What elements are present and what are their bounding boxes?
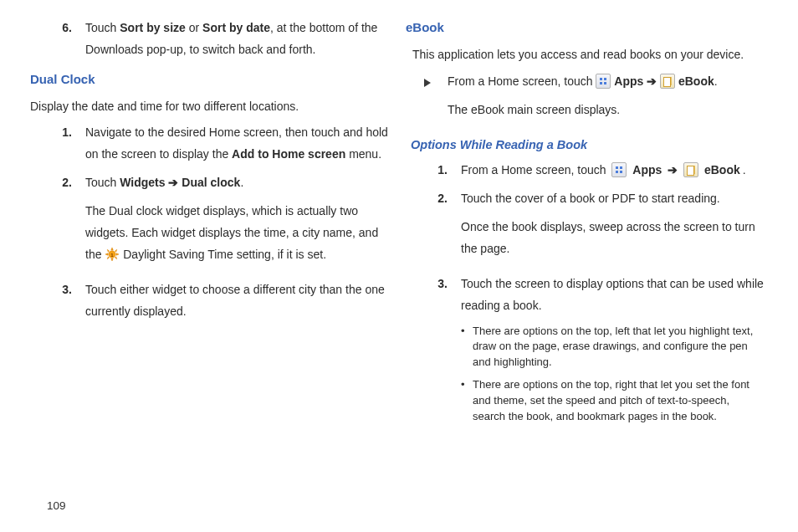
heading-options-reading: Options While Reading a Book [411,134,765,156]
opt-step-2: 2. Touch the cover of a book or PDF to s… [422,188,765,267]
step-number: 6. [47,18,85,61]
downloads-step-list-cont: 6. Touch Sort by size or Sort by date, a… [47,18,389,61]
dual-clock-steps: 1. Navigate to the desired Home screen, … [47,122,389,322]
step-number: 1. [47,122,85,166]
dc-step-2: 2. Touch Widgets ➔ Dual clock. The Dual … [47,172,389,273]
apps-grid-icon [611,162,627,177]
opt-step-2-text: Touch the cover of a book or PDF to star… [461,188,765,267]
ebook-icon [683,162,698,177]
heading-dual-clock: Dual Clock [30,68,389,91]
ebook-launch-text: From a Home screen, touch Apps ➔ eBook. … [448,71,765,128]
right-column: eBook This application lets you access a… [422,18,765,532]
opt-bullet-2-text: There are options on the top, right that… [473,377,765,425]
step-number: 2. [47,172,85,273]
opt-bullet-1-text: There are options on the top, left that … [473,324,765,371]
step-6: 6. Touch Sort by size or Sort by date, a… [47,18,389,61]
dc-step-1: 1. Navigate to the desired Home screen, … [47,122,389,166]
dual-clock-intro: Display the date and time for two differ… [30,96,389,118]
bullet-dot-icon: • [461,377,473,425]
opt-step-1-text: From a Home screen, touch Apps ➔ eBook. [461,160,765,182]
ebook-launch-step: From a Home screen, touch Apps ➔ eBook. … [422,71,765,128]
ebook-intro: This application lets you access and rea… [412,44,765,66]
step-number: 2. [422,188,461,267]
dst-sun-icon: 1 [105,247,120,262]
step-number: 1. [422,160,461,182]
dc-step-3-text: Touch either widget to choose a differen… [85,279,389,323]
step-number: 3. [47,279,85,323]
heading-ebook: eBook [406,16,765,39]
opt-step-3: 3. Touch the screen to display options t… [422,274,765,432]
apps-grid-icon [596,74,611,89]
step-number: 3. [422,274,461,432]
opt-step-1: 1. From a Home screen, touch Apps ➔ eBoo… [422,160,765,182]
opt-bullet-1: • There are options on the top, left tha… [461,324,765,371]
dc-step-1-text: Navigate to the desired Home screen, the… [85,122,389,166]
opt-step-3-text: Touch the screen to display options that… [461,274,765,432]
page-number: 109 [47,499,66,512]
dc-step-3: 3. Touch either widget to choose a diffe… [47,279,389,323]
bullet-dot-icon: • [461,324,473,371]
left-column: 6. Touch Sort by size or Sort by date, a… [47,18,389,532]
step-6-text: Touch Sort by size or Sort by date, at t… [85,18,389,61]
dc-step-2-text: Touch Widgets ➔ Dual clock. The Dual clo… [85,172,389,273]
triangle-bullet-icon [422,71,448,128]
ebook-launch: From a Home screen, touch Apps ➔ eBook. … [422,71,765,128]
opt-bullet-2: • There are options on the top, right th… [461,377,765,425]
opt-bullets: • There are options on the top, left tha… [461,324,765,425]
manual-page: 6. Touch Sort by size or Sort by date, a… [0,0,798,532]
ebook-icon [660,74,675,89]
options-steps: 1. From a Home screen, touch Apps ➔ eBoo… [422,160,765,431]
